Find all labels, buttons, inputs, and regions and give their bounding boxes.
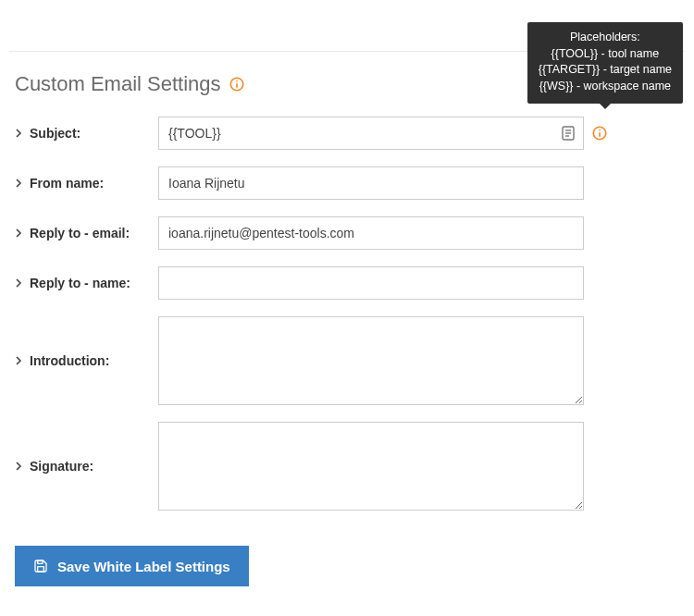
chevron-right-icon (15, 462, 22, 471)
subject-input[interactable] (158, 117, 584, 150)
template-helper-icon[interactable] (562, 126, 575, 141)
row-subject: Subject: (15, 117, 679, 150)
save-button-label: Save White Label Settings (57, 559, 230, 574)
chevron-right-icon (15, 179, 22, 188)
row-reply-to-email: Reply to - email: (15, 216, 679, 250)
label-reply-to-email: Reply to - email: (15, 226, 158, 240)
tooltip-line: {{TOOL}} - tool name (539, 46, 672, 63)
chevron-right-icon (15, 228, 22, 238)
page-title: Custom Email Settings (15, 72, 221, 96)
reply-to-email-input[interactable] (158, 216, 584, 250)
info-icon[interactable] (229, 76, 245, 92)
chevron-right-icon (15, 129, 22, 138)
label-reply-to-name: Reply to - name: (15, 276, 158, 290)
row-introduction: Introduction: (15, 316, 679, 405)
row-signature: Signature: (15, 422, 679, 511)
save-icon (33, 559, 48, 573)
tooltip-line: {{WS}} - workspace name (539, 79, 672, 95)
chevron-right-icon (15, 278, 22, 288)
info-icon[interactable] (591, 125, 608, 142)
svg-rect-10 (38, 561, 43, 563)
row-reply-to-name: Reply to - name: (15, 266, 679, 300)
svg-point-9 (599, 129, 601, 131)
svg-rect-11 (38, 567, 44, 572)
label-subject: Subject: (15, 126, 158, 141)
label-introduction: Introduction: (15, 353, 158, 368)
label-signature: Signature: (15, 459, 158, 474)
tooltip-title: Placeholders: (539, 30, 672, 46)
tooltip-line: {{TARGET}} - target name (539, 62, 672, 79)
label-from-name: From name: (15, 176, 158, 191)
chevron-right-icon (15, 356, 22, 365)
svg-point-2 (236, 80, 238, 82)
introduction-textarea[interactable] (158, 316, 584, 405)
save-white-label-settings-button[interactable]: Save White Label Settings (15, 546, 249, 586)
signature-textarea[interactable] (158, 422, 584, 511)
reply-to-name-input[interactable] (158, 266, 584, 300)
placeholders-tooltip: Placeholders: {{TOOL}} - tool name {{TAR… (527, 22, 683, 104)
row-from-name: From name: (15, 166, 679, 200)
from-name-input[interactable] (158, 166, 584, 200)
